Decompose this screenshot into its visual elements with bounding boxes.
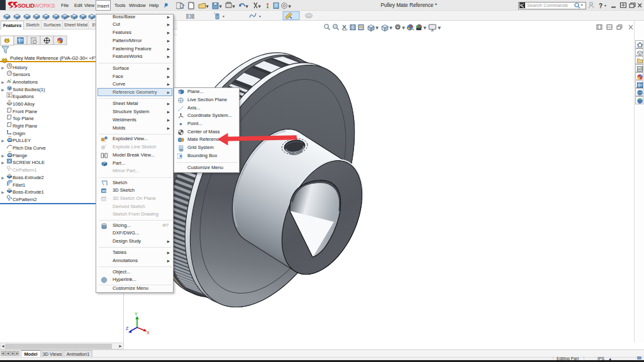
svg-text:Z: Z [126,326,129,331]
svg-text:Y: Y [135,312,138,316]
svg-text:X: X [147,331,150,335]
